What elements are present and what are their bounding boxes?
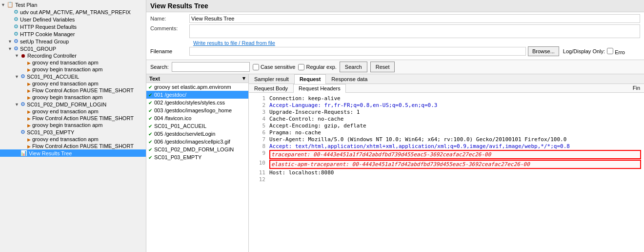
tree-label: groovy end transaction apm (32, 136, 99, 142)
result-item[interactable]: ✔003 /gestdoc/images/logo_home (146, 106, 248, 114)
regex-checkbox[interactable] (298, 64, 304, 70)
name-input[interactable] (189, 14, 640, 23)
tree-item-http-cookie[interactable]: ⚙HTTP Cookie Manager (0, 30, 146, 38)
request-line: 11Host: localhost:8080 (252, 169, 641, 176)
tree-item-flow-pause-3[interactable]: ▶Flow Control Action PAUSE TIME_SHORT (0, 143, 146, 149)
regex-group: Regular exp. (298, 64, 336, 70)
line-number: 7 (252, 136, 265, 143)
tree-item-recording-ctrl[interactable]: ▼⏺Recording Controller (0, 52, 146, 59)
tree-item-groovy-begin-3[interactable]: ▶groovy begin transaction apm (0, 122, 146, 128)
tree-item-test-plan[interactable]: ▼📋Test Plan (0, 1, 146, 8)
result-item[interactable]: ✔SC01_P01_ACCUEIL (146, 122, 248, 130)
request-line: 7User-Agent: Mozilla/5.0 (Windows NT 10.… (252, 136, 641, 143)
result-item[interactable]: ✔SC01_P02_DMD_FORM_LOGIN (146, 146, 248, 153)
filename-label: Filename (150, 48, 189, 54)
search-bar: Search: Case sensitive Regular exp. Sear… (146, 60, 644, 74)
search-button[interactable]: Search (340, 62, 367, 72)
tab-request[interactable]: Request (294, 74, 326, 84)
tree-item-groovy-end-1[interactable]: ▶groovy end transaction apm (0, 59, 146, 66)
tree-icon: 📊 (20, 150, 27, 156)
results-items: ✔groovy set elastic.apm.environm✔001 /ge… (146, 83, 248, 252)
tree-label: HTTP Request Defaults (20, 24, 77, 30)
log-display-label: Log/Display Only: (563, 48, 605, 54)
tree-item-groovy-begin-1[interactable]: ▶groovy begin transaction apm (0, 66, 146, 73)
tree-item-groovy-end-2[interactable]: ▶groovy end transaction apm (0, 80, 146, 87)
tree-item-udv-out[interactable]: ⚙udv out APM_ACTIVE, APM_TRANS_PREFIX (0, 8, 146, 16)
line-number: 6 (252, 129, 265, 136)
tree-icon: ▶ (27, 81, 31, 86)
tree-item-sc01-p02-dmd[interactable]: ▼⚙SC01_P02_DMD_FORM_LOGIN (0, 101, 146, 108)
tree-label: HTTP Cookie Manager (20, 31, 75, 37)
find-label: Fin (629, 84, 644, 92)
tree-item-sc01-p03-empty[interactable]: ⚙SC01_P03_EMPTY (0, 128, 146, 136)
line-number: 8 (252, 143, 265, 149)
tree-item-flow-pause-2[interactable]: ▶Flow Control Action PAUSE TIME_SHORT (0, 115, 146, 122)
status-icon: ✔ (148, 92, 152, 98)
detail-panel: Sampler result Request Response data Req… (249, 74, 644, 252)
result-item[interactable]: ✔004 /favicon.ico (146, 114, 248, 122)
search-input[interactable] (172, 62, 250, 72)
tree-item-groovy-end-3[interactable]: ▶groovy end transaction apm (0, 108, 146, 115)
tree-label: udv out APM_ACTIVE, APM_TRANS_PREFIX (20, 9, 131, 15)
comments-label: Comments: (150, 25, 189, 31)
request-line: 8Accept: text/html,application/xhtml+xml… (252, 143, 641, 149)
tree-item-user-defined[interactable]: ⚙User Defined Variables (0, 16, 146, 23)
tree-icon: ▶ (27, 136, 31, 142)
tree-icon: ⚙ (14, 23, 19, 30)
result-item[interactable]: ✔001 /gestdoc/ (146, 91, 248, 99)
tree-item-http-defaults[interactable]: ⚙HTTP Request Defaults (0, 23, 146, 30)
request-content: 1Connection: keep-alive2Accept-Language:… (249, 93, 644, 252)
line-number: 3 (252, 109, 265, 115)
line-number: 12 (252, 176, 265, 183)
errors-checkbox[interactable] (607, 48, 613, 54)
comments-textarea[interactable] (189, 24, 640, 38)
toggle-icon[interactable]: ▼ (8, 46, 14, 51)
reset-button[interactable]: Reset (370, 62, 395, 72)
tree-label: groovy end transaction apm (32, 108, 99, 114)
result-item[interactable]: ✔002 /gestdoc/styles/styles.css (146, 99, 248, 106)
line-content: Accept-Encoding: gzip, deflate (269, 123, 641, 129)
line-content: Cache-Control: no-cache (269, 116, 641, 122)
case-sensitive-checkbox[interactable] (253, 64, 259, 70)
dropdown-icon[interactable]: ▾ (242, 75, 245, 82)
tree-label: groovy begin transaction apm (32, 94, 102, 100)
tree-item-sc01-group[interactable]: ▼⚙SC01_GROUP (0, 45, 146, 52)
tab-sampler-result[interactable]: Sampler result (249, 74, 294, 84)
result-label: 006 /gestdoc/images/cellpic3.gif (154, 139, 230, 145)
toggle-icon[interactable]: ▼ (15, 53, 20, 58)
results-header: Text ▾ (146, 74, 248, 83)
result-item[interactable]: ✔006 /gestdoc/images/cellpic3.gif (146, 138, 248, 146)
tree-icon: ⏺ (20, 53, 26, 59)
filename-input[interactable] (189, 47, 526, 56)
tree-item-groovy-end-4[interactable]: ▶groovy end transaction apm (0, 136, 146, 143)
toggle-icon[interactable]: ▼ (15, 102, 20, 107)
subtab-request-body[interactable]: Request Body (249, 84, 293, 92)
toggle-icon[interactable]: ▼ (8, 39, 14, 44)
tree-item-groovy-begin-2[interactable]: ▶groovy begin transaction apm (0, 94, 146, 101)
result-item[interactable]: ✔005 /gestdoc/servletLogin (146, 130, 248, 138)
toggle-icon[interactable]: ▼ (15, 74, 20, 79)
line-content: elastic-apm-traceparent: 00-4443e451a1f7… (269, 160, 641, 169)
toggle-icon[interactable]: ▼ (1, 2, 7, 7)
tree-item-view-results[interactable]: 📊View Results Tree (0, 149, 146, 157)
tab-response-data[interactable]: Response data (326, 74, 373, 84)
tree-item-setup-thread[interactable]: ▼⚙setUp Thread Group (0, 38, 146, 45)
tree-item-flow-pause-1[interactable]: ▶Flow Control Action PAUSE TIME_SHORT (0, 87, 146, 94)
tree-label: User Defined Variables (20, 17, 75, 22)
tree-item-sc01-p01-accueil[interactable]: ▼⚙SC01_P01_ACCUEIL (0, 73, 146, 80)
result-label: SC01_P01_ACCUEIL (154, 123, 206, 129)
tree-icon: ▶ (27, 60, 31, 65)
results-header-label: Text (149, 76, 160, 82)
browse-button[interactable]: Browse... (528, 46, 559, 56)
result-item[interactable]: ✔SC01_P03_EMPTY (146, 153, 248, 161)
request-line: 6Pragma: no-cache (252, 129, 641, 136)
result-item[interactable]: ✔groovy set elastic.apm.environm (146, 83, 248, 91)
write-results-link[interactable]: Write results to file / Read from file (193, 40, 275, 46)
line-number: 5 (252, 123, 265, 129)
result-label: 003 /gestdoc/images/logo_home (154, 107, 232, 113)
panel-title: View Results Tree (146, 0, 644, 12)
subtab-request-headers[interactable]: Request Headers (293, 84, 346, 93)
tree-icon: ⚙ (20, 73, 25, 80)
tree-label: Flow Control Action PAUSE TIME_SHORT (32, 143, 134, 149)
status-icon: ✔ (148, 147, 152, 152)
